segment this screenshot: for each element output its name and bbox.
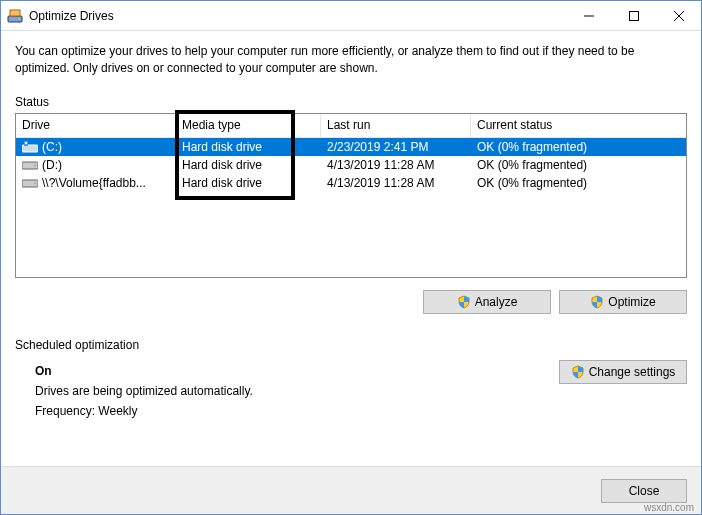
svg-rect-9 [25, 142, 27, 144]
optimize-drives-window: Optimize Drives You can optimize your dr… [0, 0, 702, 515]
optimize-label: Optimize [608, 295, 655, 309]
optimize-button[interactable]: Optimize [559, 290, 687, 314]
scheduled-desc: Drives are being optimized automatically… [35, 384, 687, 398]
table-row[interactable]: (D:) Hard disk drive 4/13/2019 11:28 AM … [16, 156, 686, 174]
drive-status: OK (0% fragmented) [471, 138, 686, 156]
titlebar: Optimize Drives [1, 1, 701, 31]
table-row[interactable]: \\?\Volume{ffadbb... Hard disk drive 4/1… [16, 174, 686, 192]
svg-point-2 [18, 18, 20, 20]
change-settings-label: Change settings [589, 365, 676, 379]
hdd-icon [22, 177, 38, 189]
svg-rect-7 [22, 145, 38, 152]
drive-name: (D:) [42, 158, 62, 172]
scheduled-label: Scheduled optimization [15, 338, 687, 352]
close-label: Close [629, 484, 660, 498]
change-settings-button[interactable]: Change settings [559, 360, 687, 384]
watermark: wsxdn.com [644, 502, 694, 513]
svg-point-11 [34, 164, 36, 166]
minimize-button[interactable] [566, 1, 611, 31]
scheduled-freq: Frequency: Weekly [35, 404, 687, 418]
drive-name: \\?\Volume{ffadbb... [42, 176, 146, 190]
analyze-label: Analyze [475, 295, 518, 309]
shield-icon [571, 365, 585, 379]
drive-lastrun: 4/13/2019 11:28 AM [321, 174, 471, 192]
svg-point-13 [34, 182, 36, 184]
col-lastrun[interactable]: Last run [321, 114, 471, 137]
drive-media: Hard disk drive [176, 138, 321, 156]
column-headers: Drive Media type Last run Current status [16, 114, 686, 138]
svg-rect-1 [10, 10, 20, 16]
col-media[interactable]: Media type [176, 114, 321, 137]
os-drive-icon [22, 141, 38, 153]
svg-rect-4 [629, 11, 638, 20]
footer: Close [1, 466, 701, 514]
drive-media: Hard disk drive [176, 156, 321, 174]
close-dialog-button[interactable]: Close [601, 479, 687, 503]
status-label: Status [15, 95, 687, 109]
drives-list[interactable]: Drive Media type Last run Current status… [15, 113, 687, 278]
window-title: Optimize Drives [29, 9, 114, 23]
analyze-button[interactable]: Analyze [423, 290, 551, 314]
description-text: You can optimize your drives to help you… [15, 43, 687, 77]
drive-lastrun: 2/23/2019 2:41 PM [321, 138, 471, 156]
drive-name: (C:) [42, 140, 62, 154]
drive-status: OK (0% fragmented) [471, 156, 686, 174]
app-icon [7, 8, 23, 24]
drive-lastrun: 4/13/2019 11:28 AM [321, 156, 471, 174]
shield-icon [457, 295, 471, 309]
table-row[interactable]: (C:) Hard disk drive 2/23/2019 2:41 PM O… [16, 138, 686, 156]
close-button[interactable] [656, 1, 701, 31]
hdd-icon [22, 159, 38, 171]
col-drive[interactable]: Drive [16, 114, 176, 137]
shield-icon [590, 295, 604, 309]
col-status[interactable]: Current status [471, 114, 686, 137]
maximize-button[interactable] [611, 1, 656, 31]
drive-status: OK (0% fragmented) [471, 174, 686, 192]
drive-media: Hard disk drive [176, 174, 321, 192]
